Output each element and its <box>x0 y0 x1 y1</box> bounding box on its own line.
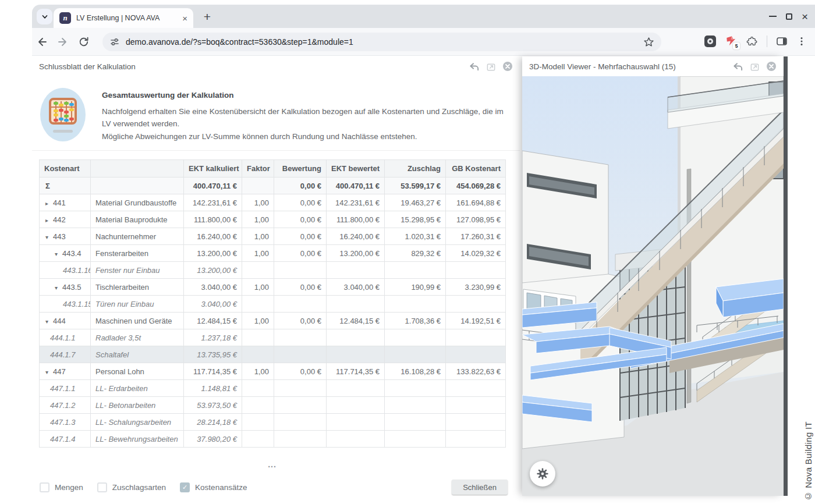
schlussblatt-panel-header: Schlussblatt der Kalkulation <box>32 56 520 76</box>
table-cell: 0,00 € <box>274 245 327 262</box>
gear-icon <box>536 467 549 480</box>
forward-button[interactable] <box>56 35 70 49</box>
table-cell: 19.463,27 € <box>385 194 446 211</box>
collapse-arrow-icon[interactable]: ▾ <box>45 234 53 240</box>
password-extension-icon[interactable] <box>704 36 716 47</box>
table-cell: Schaltafel <box>91 346 184 363</box>
more-rows-indicator[interactable]: ... <box>39 460 505 469</box>
table-cell <box>385 296 446 313</box>
window-close-button[interactable]: × <box>802 11 808 22</box>
site-settings-icon[interactable] <box>109 37 120 47</box>
reload-button[interactable] <box>77 35 91 49</box>
collapse-arrow-icon[interactable]: ▾ <box>55 251 62 257</box>
table-row[interactable]: 443.1.16Fenster nur Einbau13.200,00 € <box>40 262 506 279</box>
page-content: Schlussblatt der Kalkulation <box>32 56 815 504</box>
table-cell <box>385 431 446 448</box>
new-tab-button[interactable]: + <box>199 8 216 26</box>
table-cell: 447.1.2 <box>40 397 91 414</box>
table-cell: 161.694,88 € <box>446 194 506 211</box>
url-bar[interactable]: demo.avanova.de/?s=boq&contract=53630&st… <box>102 33 661 51</box>
table-row[interactable]: 447.1.3LL- Schalungsarbeiten28.214,18 € <box>40 414 506 431</box>
checkbox-zuschlagsarten[interactable]: Zuschlagsarten <box>97 482 166 492</box>
expand-arrow-icon[interactable]: ▸ <box>45 200 53 207</box>
checkbox-mengen[interactable]: Mengen <box>40 482 83 492</box>
table-row[interactable]: ▾444Maschinen und Geräte12.484,15 €1,000… <box>40 313 506 329</box>
table-cell: 127.098,95 € <box>446 211 506 228</box>
schliessen-button[interactable]: Schließen <box>452 480 508 495</box>
checkbox-kostenanstze[interactable]: ✓Kostenansätze <box>180 482 247 492</box>
table-cell: 0,00 € <box>274 228 327 245</box>
icon-shadow <box>53 130 73 133</box>
table-cell: 0,00 € <box>274 178 327 194</box>
kostenart-code: 443.1.15 <box>63 300 91 308</box>
table-row[interactable]: 444.1.7Schaltafel13.735,95 € <box>40 346 506 363</box>
close-panel-icon[interactable] <box>766 61 777 72</box>
table-cell: Türen nur Einbau <box>91 296 184 313</box>
extensions-puzzle-icon[interactable] <box>746 36 758 47</box>
table-cell <box>446 346 506 363</box>
popout-window-icon[interactable] <box>750 62 760 72</box>
table-row[interactable]: ▾447Personal Lohn117.714,35 €1,000,00 €1… <box>40 363 506 380</box>
table-cell: Maschinen und Geräte <box>91 313 184 329</box>
browser-menu-icon[interactable] <box>796 36 807 47</box>
table-cell <box>385 346 446 363</box>
table-cell <box>274 414 327 431</box>
table-cell: 142.231,61 € <box>184 194 242 211</box>
table-cell: 447.1.1 <box>40 380 91 397</box>
back-button[interactable] <box>35 35 49 49</box>
table-cell <box>91 178 184 194</box>
window-minimize-button[interactable] <box>769 16 777 17</box>
table-row[interactable]: 443.1.15Türen nur Einbau3.040,00 € <box>40 296 506 313</box>
expand-arrow-icon[interactable]: ▸ <box>45 217 53 223</box>
table-cell: 1,00 <box>242 211 274 228</box>
collapse-arrow-icon[interactable]: ▾ <box>55 285 62 291</box>
table-cell: 829,32 € <box>385 245 446 262</box>
tab-title: LV Erstellung | NOVA AVA <box>76 14 179 22</box>
table-cell <box>385 414 446 431</box>
table-row[interactable]: 444.1.1Radlader 3,5t1.237,18 € <box>40 329 506 346</box>
vertical-scrollbar[interactable] <box>784 56 788 496</box>
table-cell <box>327 296 385 313</box>
table-row[interactable]: Σ400.470,11 €0,00 €400.470,11 €53.599,17… <box>40 178 506 194</box>
collapse-arrow-icon[interactable]: ▾ <box>45 369 53 375</box>
table-row[interactable]: ▾443Nachunternehmer16.240,00 €1,000,00 €… <box>40 228 506 245</box>
table-cell <box>446 397 506 414</box>
table-row[interactable]: 447.1.4LL- Bewehrungsarbeiten37.980,20 € <box>40 431 506 448</box>
kostenart-code: 443.1.16 <box>63 266 91 275</box>
panel-footer: MengenZuschlagsarten✓Kostenansätze Schli… <box>32 478 520 496</box>
undo-icon[interactable] <box>469 61 480 72</box>
table-cell: 13.200,00 € <box>184 245 242 262</box>
side-panel-icon[interactable] <box>776 36 788 47</box>
tab-search-button[interactable] <box>37 9 52 24</box>
table-cell <box>274 262 327 279</box>
collapse-arrow-icon[interactable]: ▾ <box>45 318 53 325</box>
url-text[interactable]: demo.avanova.de/?s=boq&contract=53630&st… <box>126 37 643 47</box>
table-row[interactable]: ▾443.4Fensterarbeiten13.200,00 €1,000,00… <box>40 245 506 262</box>
table-row[interactable]: ▾443.5Tischlerarbeiten3.040,00 €1,000,00… <box>40 279 506 296</box>
popout-window-icon[interactable] <box>486 62 496 72</box>
table-cell: ▾443.5 <box>40 279 91 296</box>
close-panel-icon[interactable] <box>502 61 513 72</box>
table-cell: 1.708,36 € <box>385 313 446 329</box>
table-cell <box>327 380 385 397</box>
window-maximize-button[interactable] <box>786 13 792 20</box>
viewer-settings-button[interactable] <box>530 461 555 487</box>
bookmark-star-icon[interactable] <box>643 37 654 48</box>
table-cell: 53.599,17 € <box>385 178 446 194</box>
table-cell: 142.231,61 € <box>327 194 385 211</box>
browser-tab[interactable]: n LV Erstellung | NOVA AVA × <box>54 8 193 28</box>
table-row[interactable]: ▸442Material Bauprodukte111.800,00 €1,00… <box>40 211 506 228</box>
red-extension-icon[interactable]: 5 <box>725 35 738 48</box>
model-viewport[interactable] <box>522 76 784 496</box>
table-cell: 12.484,15 € <box>327 313 385 329</box>
table-cell: ▾443 <box>40 228 91 245</box>
table-cell: 1.237,18 € <box>184 329 242 346</box>
table-row[interactable]: 447.1.2LL- Betonarbeiten53.973,50 € <box>40 397 506 414</box>
table-cell: 454.069,28 € <box>446 178 506 194</box>
3d-model-canvas[interactable] <box>522 76 784 496</box>
undo-icon[interactable] <box>732 61 743 72</box>
tab-close-icon[interactable]: × <box>182 13 187 23</box>
table-row[interactable]: ▸441Material Grundbaustoffe142.231,61 €1… <box>40 194 506 211</box>
table-cell: 443.1.16 <box>40 262 91 279</box>
table-row[interactable]: 447.1.1LL- Erdarbeiten1.148,81 € <box>40 380 506 397</box>
